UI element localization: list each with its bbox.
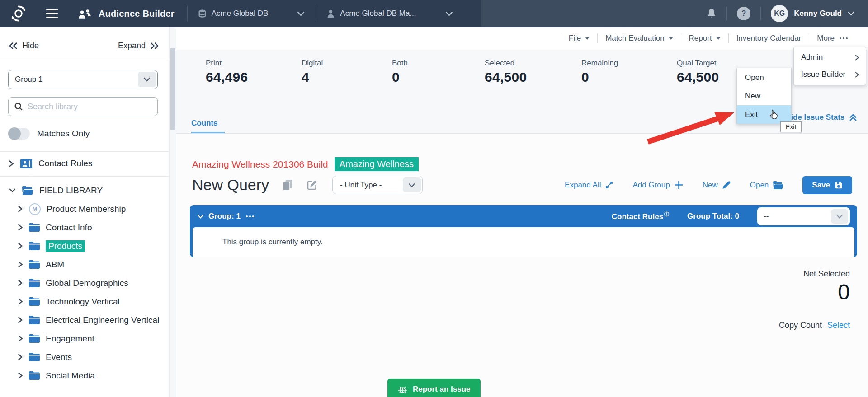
build-title: Amazing Wellness 201306 Build [192, 159, 328, 170]
audience-builder-page: Audience Builder Acme Global DB [0, 0, 868, 397]
database-selector[interactable]: Acme Global DB [188, 0, 316, 27]
hide-issue-stats-link[interactable]: Hide Issue Stats [785, 113, 858, 122]
new-query-button[interactable]: New [703, 181, 731, 190]
tree-item-social-media[interactable]: Social Media [0, 366, 169, 385]
menu-match-evaluation[interactable]: Match Evaluation [598, 34, 680, 43]
notifications-bell-icon[interactable] [707, 8, 717, 19]
report-issue-button[interactable]: Report an Issue [387, 379, 481, 397]
contact-rules-label: Contact Rules [38, 159, 92, 168]
file-dropdown-menu: Open New Exit [736, 68, 792, 124]
stat-label: Both [392, 59, 408, 68]
open-query-button[interactable]: Open [750, 181, 784, 190]
library-search [8, 97, 158, 116]
menu-item-new[interactable]: New [737, 87, 791, 105]
copy-count-select-link[interactable]: Select [827, 321, 850, 330]
database-icon [198, 9, 206, 19]
menu-item-open[interactable]: Open [737, 68, 791, 87]
menu-item-exit[interactable]: Exit [737, 105, 791, 124]
tree-item-product-membership[interactable]: M Product Membership [0, 200, 169, 218]
tree-item-contact-info[interactable]: Contact Info [0, 218, 169, 237]
menu-file[interactable]: File [561, 34, 597, 43]
chevron-right-icon [17, 205, 23, 213]
stat-label: Remaining [581, 59, 618, 68]
cursor-pointer-icon [768, 108, 780, 123]
new-label: New [703, 181, 718, 190]
tree-item-electrical-engineering-vertical[interactable]: Electrical Engineering Vertical [0, 311, 169, 329]
folder-icon [29, 279, 40, 287]
group-select[interactable]: Group 1 [8, 70, 158, 89]
add-group-button[interactable]: Add Group [632, 180, 683, 190]
user-menu[interactable]: KG Kenny Gould [771, 5, 854, 22]
profile-selector-value: Acme Global DB Ma... [340, 9, 416, 18]
expand-icon [605, 181, 613, 189]
help-icon[interactable]: ? [737, 7, 750, 20]
group-1-body: This group is currently empty. [193, 227, 854, 257]
net-selected-label: Net Selected [803, 269, 850, 279]
menu-inventory-calendar[interactable]: Inventory Calendar [729, 34, 809, 43]
navbar-right: ? KG Kenny Gould [481, 0, 868, 27]
group-logic-select[interactable]: -- [757, 207, 850, 225]
group-1-container: Group: 1 Contact Rulesⓘ Group Total: 0 -… [190, 205, 857, 257]
chevron-right-icon [17, 261, 23, 268]
app-logo-icon[interactable] [10, 5, 27, 22]
tab-counts-label: Counts [191, 119, 218, 127]
hamburger-menu-icon[interactable] [46, 9, 58, 19]
edit-icon[interactable] [307, 179, 318, 191]
net-selected-value: 0 [803, 280, 850, 304]
stat-value: 0 [581, 70, 618, 85]
tree-item-field-library[interactable]: FIELD LIBRARY [0, 181, 169, 200]
top-navbar: Audience Builder Acme Global DB [0, 0, 868, 27]
copy-icon[interactable] [283, 179, 293, 191]
save-label: Save [812, 181, 830, 190]
tree-item-technology-vertical[interactable]: Technology Vertical [0, 292, 169, 311]
sidebar-item-contact-rules[interactable]: Contact Rules [0, 152, 169, 175]
group-contact-rules-link[interactable]: Contact Rulesⓘ [612, 211, 669, 221]
chevron-down-icon[interactable] [197, 214, 204, 219]
expand-label: Expand [118, 41, 146, 51]
tree-item-label: Engagement [46, 334, 94, 344]
tree-item-abm[interactable]: ABM [0, 255, 169, 274]
sidebar-scrollbar[interactable] [169, 27, 176, 397]
chevron-right-icon [854, 71, 859, 78]
profile-selector[interactable]: Acme Global DB Ma... [316, 0, 463, 27]
expand-all-button[interactable]: Expand All [565, 181, 613, 190]
expand-all-label: Expand All [565, 181, 601, 190]
open-label: Open [750, 181, 769, 190]
hide-sidebar-button[interactable]: Hide [9, 41, 39, 51]
menu-item-admin[interactable]: Admin [794, 49, 866, 66]
scrollbar-thumb[interactable] [170, 48, 175, 130]
matches-only-label: Matches Only [37, 129, 90, 139]
plus-icon [674, 180, 684, 190]
search-input[interactable] [28, 102, 157, 112]
stat-digital: Digital 4 [302, 59, 323, 85]
stat-remaining: Remaining 0 [581, 59, 618, 85]
tree-item-label: FIELD LIBRARY [39, 186, 103, 196]
person-icon [327, 9, 335, 18]
query-name: New Query [192, 176, 269, 194]
unit-type-select[interactable]: - Unit Type - [332, 176, 423, 194]
tree-item-events[interactable]: Events [0, 348, 169, 366]
tree-item-products[interactable]: Products [0, 237, 169, 255]
menu-more[interactable]: More [809, 34, 855, 43]
save-button[interactable]: Save [802, 176, 852, 194]
stat-value: 64,500 [677, 70, 719, 85]
navbar-divider [760, 7, 761, 20]
expand-sidebar-button[interactable]: Expand [118, 41, 159, 51]
membership-icon: M [29, 203, 41, 215]
menu-item-issue-builder[interactable]: Issue Builder [794, 66, 866, 83]
stat-label: Selected [485, 59, 527, 68]
menu-report[interactable]: Report [681, 34, 728, 43]
tree-item-label: Contact Info [46, 223, 92, 233]
tab-counts[interactable]: Counts [191, 119, 218, 133]
admin-label: Admin [801, 53, 823, 62]
matches-only-toggle[interactable] [8, 128, 30, 140]
field-library-tree: FIELD LIBRARY M Product Membership Conta… [0, 177, 169, 385]
search-icon [14, 102, 23, 111]
active-tab-underline [191, 132, 225, 133]
chevron-right-icon [17, 353, 23, 361]
tree-item-global-demographics[interactable]: Global Demographics [0, 274, 169, 292]
avatar: KG [771, 5, 788, 22]
tree-item-engagement[interactable]: Engagement [0, 329, 169, 348]
user-name: Kenny Gould [794, 9, 842, 18]
group-options-icon[interactable] [246, 215, 254, 217]
